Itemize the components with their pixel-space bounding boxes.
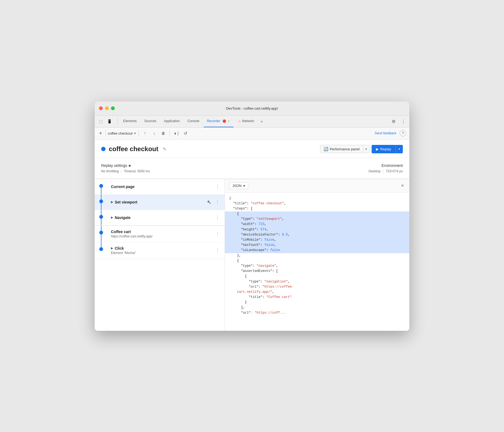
step-content: ▶ Navigate xyxy=(111,215,214,220)
step-click[interactable]: ▶ Click Element "Mocha" ⋮ xyxy=(95,242,225,259)
close-button[interactable] xyxy=(99,106,103,110)
step-body: ▶ Navigate ⋮ xyxy=(108,210,225,225)
devtools-menu-button[interactable]: ⋮ xyxy=(400,117,407,125)
json-toolbar: JSON ▾ × xyxy=(225,179,409,193)
step-body: ▶ Set viewport ↖ ⋮ xyxy=(108,195,225,210)
settings-button[interactable]: ⚙ xyxy=(390,117,397,125)
step-dot xyxy=(99,184,103,188)
perf-panel-dropdown[interactable]: ▾ xyxy=(363,145,369,153)
timeout-label: Timeout: 5000 ms xyxy=(124,169,150,173)
step-set-viewport[interactable]: ▶ Set viewport ↖ ⋮ xyxy=(95,195,225,210)
minimize-button[interactable] xyxy=(105,106,109,110)
step-dot xyxy=(99,247,103,251)
replay-settings-toggle[interactable]: Replay settings ▶ xyxy=(101,163,150,168)
add-recording-button[interactable]: + xyxy=(98,130,103,136)
environment-section: Environment Desktop | 723×574 px xyxy=(369,163,403,173)
maximize-button[interactable] xyxy=(111,106,115,110)
step-content: ▶ Click Element "Mocha" xyxy=(111,246,214,255)
step-body: Current page ⋮ xyxy=(108,179,225,194)
perf-panel-button[interactable]: 🔄 Performance panel xyxy=(320,145,363,153)
settings-expand-arrow: ▶ xyxy=(129,164,131,167)
traffic-lights xyxy=(99,106,115,110)
recording-selector[interactable]: coffee checkout ▼ xyxy=(108,131,136,135)
step-expand: ▶ Navigate xyxy=(111,215,214,220)
json-format-selector[interactable]: JSON ▾ xyxy=(229,182,248,189)
expand-icon: ▶ xyxy=(111,246,113,250)
step-actions: ↖ ⋮ xyxy=(207,198,221,206)
send-feedback-link[interactable]: Send feedback xyxy=(375,131,396,135)
json-content: { "title": "coffee checkout", "steps": [… xyxy=(225,193,409,331)
expand-icon: ▶ xyxy=(111,200,113,204)
recording-dropdown-arrow: ▼ xyxy=(134,132,136,135)
replay-dropdown-button[interactable]: ▾ xyxy=(395,145,403,153)
throttling-label: No throttling xyxy=(101,169,119,173)
tab-sources[interactable]: Sources xyxy=(141,115,160,127)
split-pane: Current page ⋮ xyxy=(95,179,409,331)
devtools-icon-group: ⬚ 📱 xyxy=(97,117,113,125)
step-left-bar xyxy=(95,242,108,259)
loop-button[interactable]: ↺ xyxy=(181,129,189,137)
device-toolbar-icon[interactable]: 📱 xyxy=(106,117,113,125)
edit-title-icon[interactable]: ✎ xyxy=(162,145,167,153)
play-step-button[interactable]: ⏵| xyxy=(172,129,180,137)
step-title: Set viewport xyxy=(115,200,137,204)
delete-recording-button[interactable]: 🗑 xyxy=(159,129,167,137)
step-left-bar xyxy=(95,210,108,225)
json-panel-close[interactable]: × xyxy=(400,182,405,190)
step-actions: ⋮ xyxy=(214,247,221,254)
recorder-tab-close[interactable]: × xyxy=(227,119,230,123)
replay-settings: Replay settings ▶ No throttling | Timeou… xyxy=(101,163,150,173)
tab-application[interactable]: Application xyxy=(161,115,183,127)
environment-value: Desktop | 723×574 px xyxy=(369,169,403,173)
step-content: Coffee cart https://coffee-cart.netlify.… xyxy=(111,230,214,238)
step-title: Navigate xyxy=(115,215,130,220)
json-format-label: JSON xyxy=(232,184,242,188)
step-subtitle: https://coffee-cart.netlify.app/ xyxy=(111,234,214,238)
tab-elements[interactable]: Elements xyxy=(120,115,140,127)
devtools-tab-bar: ⬚ 📱 Elements Sources Application Console… xyxy=(95,116,409,128)
step-dot xyxy=(99,231,103,234)
perf-panel-label: Performance panel xyxy=(330,147,360,151)
step-actions: ⋮ xyxy=(214,230,221,238)
titlebar: DevTools - coffee-cart.netlify.app/ xyxy=(95,101,409,116)
main-content: coffee checkout ✎ 🔄 Performance panel ▾ … xyxy=(95,139,409,331)
step-menu-button[interactable]: ⋮ xyxy=(214,198,221,206)
upload-recording-button[interactable]: ↑ xyxy=(141,129,149,137)
step-content: ▶ Set viewport xyxy=(111,200,207,204)
inspect-icon[interactable]: ⬚ xyxy=(97,117,104,125)
json-format-arrow: ▾ xyxy=(243,184,245,188)
step-coffee-cart[interactable]: Coffee cart https://coffee-cart.netlify.… xyxy=(95,226,225,242)
step-actions: ⋮ xyxy=(214,183,221,190)
recorder-toolbar: + coffee checkout ▼ ↑ ↓ 🗑 ⏵| ↺ Send feed… xyxy=(95,128,409,139)
step-body: ▶ Click Element "Mocha" ⋮ xyxy=(108,242,225,259)
step-subtitle: Element "Mocha" xyxy=(111,251,214,255)
step-menu-button[interactable]: ⋮ xyxy=(214,183,221,190)
expand-icon: ▶ xyxy=(111,216,113,219)
step-body: Coffee cart https://coffee-cart.netlify.… xyxy=(108,226,225,242)
tab-recorder[interactable]: Recorder 🔴 × xyxy=(204,115,234,127)
step-title: Click xyxy=(115,246,124,250)
step-left-bar xyxy=(95,226,108,242)
steps-list: Current page ⋮ xyxy=(95,179,225,331)
replay-button[interactable]: ▶ Replay xyxy=(372,145,395,153)
replay-settings-details: No throttling | Timeout: 5000 ms xyxy=(101,169,150,173)
step-expand: ▶ Set viewport xyxy=(111,200,207,204)
tab-console[interactable]: Console xyxy=(184,115,203,127)
devtools-toolbar-right: ⚙ ⋮ xyxy=(390,117,407,125)
step-dot xyxy=(99,199,103,203)
step-navigate[interactable]: ▶ Navigate ⋮ xyxy=(95,210,225,225)
tab-divider xyxy=(117,118,118,125)
replay-button-group: ▶ Replay ▾ xyxy=(372,145,403,153)
desktop-label: Desktop xyxy=(369,169,381,173)
step-menu-button[interactable]: ⋮ xyxy=(214,230,221,238)
download-recording-button[interactable]: ↓ xyxy=(150,129,158,137)
step-current-page[interactable]: Current page ⋮ xyxy=(95,179,225,195)
help-button[interactable]: ? xyxy=(400,130,406,136)
json-panel: JSON ▾ × { "title": "coffee checkout", "… xyxy=(225,179,409,331)
network-warn-icon: ⚠ xyxy=(238,119,241,123)
step-menu-button[interactable]: ⋮ xyxy=(214,214,221,221)
tab-network[interactable]: ⚠ Network xyxy=(235,115,257,127)
step-dot xyxy=(99,215,103,219)
step-menu-button[interactable]: ⋮ xyxy=(214,247,221,254)
more-tabs-button[interactable]: » xyxy=(260,118,264,125)
